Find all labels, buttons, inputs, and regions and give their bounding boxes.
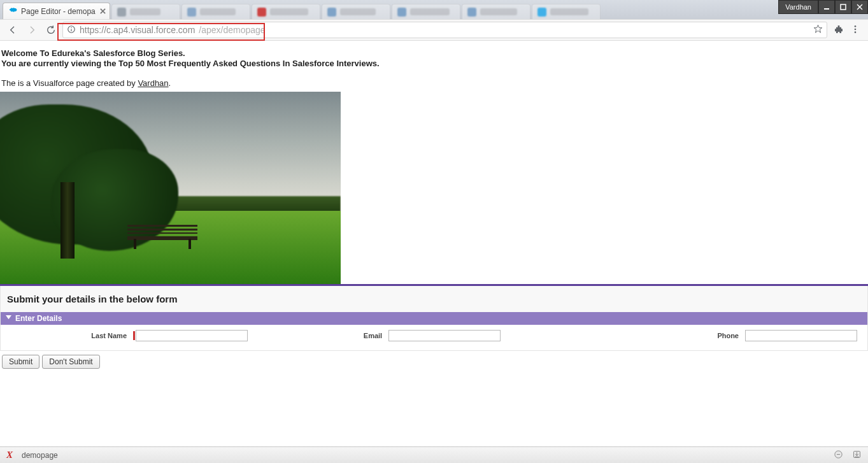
desc-suffix: . — [169, 78, 171, 88]
dev-page-name: demopage — [22, 451, 58, 460]
form-block-title: Submit your details in the below form — [1, 286, 867, 312]
svg-marker-9 — [814, 25, 822, 32]
back-button[interactable] — [5, 22, 20, 38]
form-fields-row: Last Name Email Phone — [1, 325, 867, 350]
desc-text: The is a Visualforce page created by — [1, 78, 138, 88]
page-description: The is a Visualforce page created by Var… — [0, 69, 868, 88]
email-label: Email — [364, 332, 382, 339]
field-email: Email — [290, 330, 574, 341]
tab-strip: Page Editor - demopa — [0, 0, 868, 19]
form-section-header[interactable]: Enter Details — [1, 312, 867, 325]
minimize-button[interactable] — [818, 0, 835, 14]
phone-input[interactable] — [745, 330, 857, 341]
field-phone: Phone — [574, 330, 861, 341]
background-tab[interactable] — [532, 4, 601, 19]
dev-error-icon[interactable]: X — [6, 450, 13, 460]
background-tab[interactable] — [322, 4, 390, 19]
phone-label: Phone — [717, 332, 739, 339]
field-last-name: Last Name — [7, 330, 290, 341]
svg-rect-1 — [841, 4, 846, 10]
last-name-input[interactable] — [136, 330, 248, 341]
tab-close-button[interactable] — [100, 7, 106, 16]
dev-status-icon[interactable] — [834, 450, 843, 461]
form-block: Submit your details in the below form En… — [0, 286, 868, 351]
background-tab[interactable] — [392, 4, 460, 19]
svg-marker-13 — [6, 315, 11, 319]
browser-right-icons — [831, 24, 863, 36]
email-input[interactable] — [388, 330, 501, 341]
url-host: https://c.ap4.visual.force.com — [80, 25, 195, 35]
address-bar-row: https://c.ap4.visual.force.com/apex/demo… — [0, 19, 868, 41]
site-info-icon[interactable] — [67, 25, 76, 36]
reload-button[interactable] — [43, 22, 59, 38]
menu-icon[interactable] — [850, 24, 860, 36]
address-bar[interactable]: https://c.ap4.visual.force.com/apex/demo… — [62, 22, 827, 38]
maximize-button[interactable] — [835, 0, 851, 14]
close-window-button[interactable] — [851, 0, 868, 14]
bookmark-star-icon[interactable] — [813, 24, 823, 36]
page-header: Welcome To Edureka's Salesforce Blog Ser… — [0, 41, 868, 69]
browser-chrome: Page Editor - demopa https://c.ap4.visua… — [0, 0, 868, 41]
required-indicator — [133, 331, 135, 340]
collapse-icon — [6, 314, 11, 323]
dev-footer-bar: X demopage — [0, 446, 868, 463]
bench-graphic — [127, 225, 197, 249]
form-button-row: Submit Don't Submit — [0, 351, 868, 369]
dev-download-icon[interactable] — [852, 450, 862, 461]
tab-favicon — [8, 6, 17, 17]
extension-icon[interactable] — [834, 24, 844, 36]
heading-line-2: You are currently viewing the Top 50 Mos… — [1, 59, 867, 69]
form-section-title: Enter Details — [15, 314, 62, 323]
tab-title: Page Editor - demopa — [21, 7, 96, 16]
background-tab[interactable] — [462, 4, 530, 19]
background-tab[interactable] — [252, 4, 320, 19]
dont-submit-button[interactable]: Don't Submit — [42, 355, 99, 369]
url-path: /apex/demopage — [199, 25, 265, 35]
os-window-controls: Vardhan — [778, 0, 868, 14]
forward-button[interactable] — [24, 22, 39, 38]
last-name-label: Last Name — [7, 332, 127, 339]
hero-image — [0, 92, 341, 284]
heading-line-1: Welcome To Edureka's Salesforce Blog Ser… — [1, 48, 867, 59]
background-tab[interactable] — [181, 4, 250, 19]
svg-point-11 — [855, 28, 857, 30]
background-tab[interactable] — [111, 4, 180, 19]
browser-tab-active[interactable]: Page Editor - demopa — [3, 3, 110, 19]
svg-point-10 — [855, 25, 857, 27]
page-content: Welcome To Edureka's Salesforce Blog Ser… — [0, 41, 868, 369]
submit-button[interactable]: Submit — [2, 355, 39, 369]
author-link[interactable]: Vardhan — [138, 78, 168, 88]
svg-point-12 — [855, 31, 857, 33]
os-username: Vardhan — [778, 0, 818, 14]
